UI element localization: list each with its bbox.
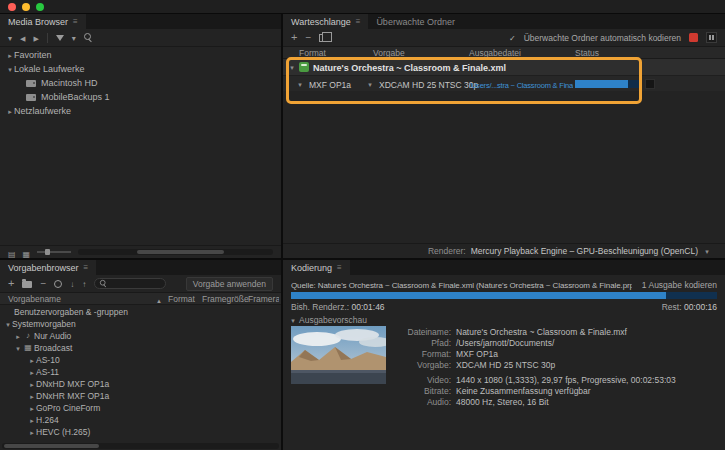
stop-queue-button[interactable]: [689, 33, 698, 42]
search-icon[interactable]: [84, 33, 93, 42]
preset-row-label: AS-10: [36, 355, 60, 365]
tree-item-favoriten[interactable]: Favoriten: [0, 48, 281, 62]
disclosure-expanded-icon[interactable]: [14, 345, 22, 352]
preset-dropdown[interactable]: XDCAM HD 25 NTSC 30p: [379, 80, 478, 90]
column-status[interactable]: Status: [575, 48, 599, 58]
list-view-icon[interactable]: [8, 244, 16, 258]
tab-media-browser[interactable]: Media Browser: [0, 14, 86, 29]
column-vorgabe[interactable]: Vorgabe: [373, 48, 405, 58]
preset-row-broadcast[interactable]: Broadcast: [0, 342, 281, 354]
column-format[interactable]: Format: [299, 48, 326, 58]
preset-row-nur-audio[interactable]: Nur Audio: [0, 330, 281, 342]
column-ausgabedatei[interactable]: Ausgabedatei: [469, 48, 521, 58]
disclosure-collapsed-icon[interactable]: [6, 52, 14, 59]
add-source-icon[interactable]: [291, 32, 297, 43]
preset-browser-toolbar: Vorgabe anwenden: [0, 275, 281, 293]
queue-source-row[interactable]: Nature's Orchestra ~ Classroom & Finale.…: [283, 59, 725, 75]
export-preset-icon[interactable]: [82, 279, 86, 289]
sort-ascending-icon[interactable]: [156, 296, 162, 305]
format-dropdown[interactable]: MXF OP1a: [309, 80, 351, 90]
preset-row-dnxhr[interactable]: DNxHR MXF OP1a: [0, 390, 281, 402]
forward-icon[interactable]: [33, 33, 38, 43]
overall-progress-fill: [291, 292, 666, 299]
thumbnail-view-icon[interactable]: [23, 244, 31, 258]
disclosure-expanded-icon[interactable]: [289, 317, 297, 324]
output-preview-section-header[interactable]: Ausgabevorschau: [289, 315, 367, 325]
preset-row-gopro[interactable]: GoPro CineForm: [0, 402, 281, 414]
scrollbar-thumb[interactable]: [4, 444, 99, 448]
disclosure-collapsed-icon[interactable]: [28, 369, 36, 376]
disclosure-expanded-icon[interactable]: [4, 321, 12, 328]
queue-output-row[interactable]: MXF OP1a XDCAM HD 25 NTSC 30p /Users/...…: [283, 75, 725, 91]
file-type-filter-icon[interactable]: [72, 33, 76, 43]
tab-kodierung[interactable]: Kodierung: [283, 260, 350, 275]
close-window-button[interactable]: [8, 3, 16, 11]
disclosure-expanded-icon[interactable]: [6, 66, 14, 73]
disclosure-collapsed-icon[interactable]: [14, 333, 22, 340]
minimize-window-button[interactable]: [22, 3, 30, 11]
tab-ueberwachte-ordner[interactable]: Überwachte Ordner: [368, 14, 463, 29]
column-format[interactable]: Format: [168, 294, 195, 304]
filter-icon[interactable]: [56, 35, 64, 41]
panel-menu-icon[interactable]: [73, 17, 78, 26]
location-dropdown-icon[interactable]: [8, 33, 12, 43]
preset-row-as10[interactable]: AS-10: [0, 354, 281, 366]
chevron-down-icon[interactable]: [703, 248, 711, 255]
tab-vorgabenbrowser[interactable]: Vorgabenbrowser: [0, 260, 96, 275]
output-file-link[interactable]: /Users/...stra ~ Classroom & Finale.mxf: [469, 81, 573, 90]
overall-progress-bar: [291, 292, 717, 299]
back-icon[interactable]: [20, 33, 25, 43]
preset-row-h264[interactable]: H.264: [0, 414, 281, 426]
remove-item-icon[interactable]: [305, 33, 311, 43]
new-preset-icon[interactable]: [8, 278, 14, 289]
preset-row-hevc[interactable]: HEVC (H.265): [0, 426, 281, 438]
column-framerate[interactable]: Framerate: [248, 294, 279, 304]
import-preset-icon[interactable]: [70, 279, 74, 289]
slider-knob[interactable]: [45, 249, 50, 255]
elapsed-time: Bish. Renderz.: 00:01:46: [291, 302, 385, 312]
disclosure-collapsed-icon[interactable]: [28, 357, 36, 364]
thumbnail-size-slider[interactable]: [37, 251, 71, 253]
preset-row-dnxhd[interactable]: DNxHD MXF OP1a: [0, 378, 281, 390]
column-framegroesse[interactable]: Framegröße: [202, 294, 249, 304]
disclosure-expanded-icon[interactable]: [288, 64, 296, 71]
panel-menu-icon[interactable]: [356, 17, 361, 26]
tree-item-lokale-laufwerke[interactable]: Lokale Laufwerke: [0, 62, 281, 76]
panel-menu-icon[interactable]: [337, 263, 342, 272]
preset-dropdown-icon[interactable]: [366, 81, 374, 88]
toolbar-divider: [47, 33, 48, 43]
apply-preset-button[interactable]: Vorgabe anwenden: [186, 277, 273, 291]
disclosure-collapsed-icon[interactable]: [6, 108, 14, 115]
preset-row-label: Broadcast: [34, 343, 72, 353]
tree-item-mobilebackups[interactable]: MobileBackups 1: [0, 90, 281, 104]
duplicate-icon[interactable]: [319, 34, 327, 42]
tree-item-macintosh-hd[interactable]: Macintosh HD: [0, 76, 281, 90]
delete-preset-icon[interactable]: [40, 279, 46, 289]
disclosure-collapsed-icon[interactable]: [28, 429, 36, 436]
preset-row-as11[interactable]: AS-11: [0, 366, 281, 378]
new-group-icon[interactable]: [22, 281, 32, 288]
tab-warteschlange[interactable]: Warteschlange: [283, 14, 368, 29]
horizontal-scrollbar[interactable]: [2, 443, 279, 449]
disclosure-collapsed-icon[interactable]: [28, 381, 36, 388]
column-vorgabename[interactable]: Vorgabename: [8, 294, 61, 304]
panel-menu-icon[interactable]: [84, 263, 89, 272]
check-icon[interactable]: [509, 33, 516, 43]
preset-row-systemvorgaben[interactable]: Systemvorgaben: [0, 318, 281, 330]
tree-item-netzlaufwerke[interactable]: Netzlaufwerke: [0, 104, 281, 118]
pause-queue-button[interactable]: [706, 32, 717, 43]
horizontal-scrollbar[interactable]: [78, 249, 273, 255]
renderer-dropdown[interactable]: Mercury Playback Engine – GPU-Beschleuni…: [471, 246, 698, 256]
disclosure-collapsed-icon[interactable]: [28, 405, 36, 412]
preset-settings-icon[interactable]: [54, 280, 62, 288]
disclosure-collapsed-icon[interactable]: [28, 393, 36, 400]
zoom-window-button[interactable]: [36, 3, 44, 11]
preset-search-field[interactable]: [94, 278, 166, 289]
disclosure-collapsed-icon[interactable]: [28, 417, 36, 424]
format-dropdown-icon[interactable]: [296, 81, 304, 88]
preset-row-label: Systemvorgaben: [12, 319, 76, 329]
scrollbar-thumb[interactable]: [137, 250, 225, 254]
media-browser-tree: Favoriten Lokale Laufwerke Macintosh HD …: [0, 47, 281, 118]
encoding-source-label: Quelle: Nature's Orchestra ~ Classroom &…: [291, 281, 632, 290]
preset-row-benutzervorgaben[interactable]: Benutzervorgaben & -gruppen: [0, 306, 281, 318]
